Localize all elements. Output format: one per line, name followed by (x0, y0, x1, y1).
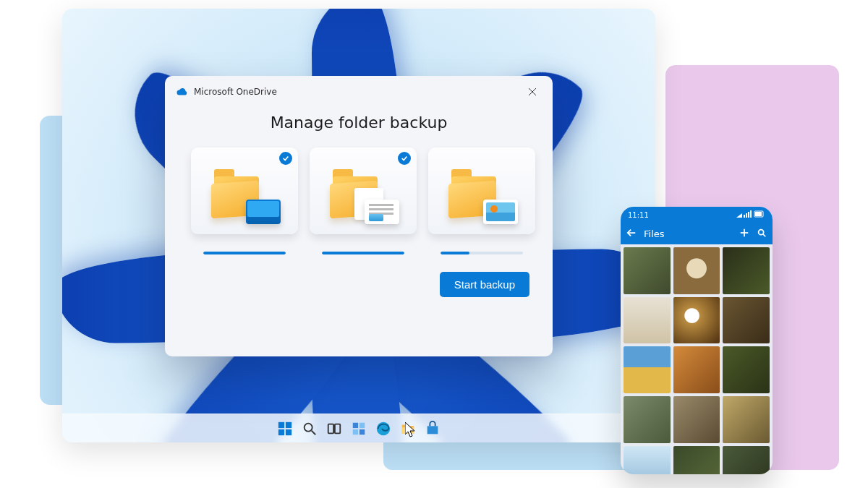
photo-grid (621, 244, 773, 474)
edge-icon[interactable] (375, 421, 391, 437)
folder-card-desktop[interactable] (191, 147, 298, 254)
progress-fill (203, 252, 286, 254)
svg-rect-8 (353, 422, 358, 427)
check-icon (398, 152, 411, 165)
phone-statusbar: 11:11 (621, 207, 773, 223)
svg-marker-16 (736, 213, 742, 218)
folder-desktop-icon (211, 169, 278, 224)
photo-thumbnail[interactable] (673, 446, 720, 474)
folder-row (165, 147, 553, 254)
store-icon[interactable] (425, 421, 441, 437)
svg-rect-7 (335, 424, 340, 433)
start-icon[interactable] (277, 421, 293, 437)
phone-device: 11:11 Files (621, 207, 773, 474)
svg-line-27 (763, 234, 766, 236)
svg-rect-1 (286, 421, 292, 427)
dialog-heading: Manage folder backup (165, 114, 553, 132)
photo-thumbnail[interactable] (723, 346, 770, 393)
folder-card-pictures[interactable] (428, 147, 535, 254)
onedrive-cloud-icon (176, 85, 188, 99)
svg-rect-0 (278, 421, 284, 427)
photo-thumbnail[interactable] (624, 297, 671, 344)
widgets-icon[interactable] (351, 421, 367, 437)
photo-thumbnail[interactable] (624, 247, 671, 294)
progress-bar (441, 252, 523, 254)
svg-rect-2 (278, 429, 284, 435)
folder-card-documents[interactable] (310, 147, 417, 254)
photo-thumbnail[interactable] (624, 346, 671, 393)
check-icon (279, 152, 292, 165)
svg-point-4 (305, 423, 312, 431)
search-icon[interactable] (757, 228, 767, 240)
photo-thumbnail[interactable] (673, 297, 720, 344)
phone-time: 11:11 (628, 211, 649, 219)
svg-rect-3 (286, 429, 292, 435)
status-icons (736, 210, 765, 219)
photo-thumbnail[interactable] (624, 446, 671, 474)
svg-point-26 (759, 229, 764, 234)
folder-pictures-icon (448, 169, 515, 224)
photo-thumbnail[interactable] (723, 297, 770, 344)
svg-rect-18 (746, 213, 747, 218)
photo-thumbnail[interactable] (624, 396, 671, 443)
back-icon[interactable] (626, 228, 637, 240)
taskbar (62, 414, 655, 442)
photo-thumbnail[interactable] (673, 396, 720, 443)
progress-fill (441, 252, 469, 254)
photo-thumbnail[interactable] (723, 247, 770, 294)
photo-thumbnail[interactable] (673, 247, 720, 294)
search-icon[interactable] (302, 421, 318, 437)
progress-bar (203, 252, 286, 254)
svg-rect-10 (353, 429, 358, 434)
svg-rect-20 (750, 210, 752, 218)
dialog-title: Microsoft OneDrive (194, 87, 516, 97)
folder-documents-icon (330, 169, 396, 224)
photo-thumbnail[interactable] (723, 396, 770, 443)
phone-screen-title: Files (644, 228, 665, 239)
photo-thumbnail[interactable] (673, 346, 720, 393)
start-backup-button[interactable]: Start backup (440, 272, 529, 297)
svg-rect-17 (744, 215, 745, 218)
phone-appbar: Files (621, 223, 773, 244)
progress-fill (322, 252, 404, 254)
svg-rect-11 (359, 429, 365, 434)
svg-rect-9 (359, 422, 365, 427)
progress-bar (322, 252, 404, 254)
add-icon[interactable] (739, 228, 749, 240)
svg-rect-6 (328, 424, 333, 433)
onedrive-backup-dialog: Microsoft OneDrive Manage folder backup (165, 76, 553, 356)
svg-rect-13 (402, 427, 414, 433)
dialog-titlebar: Microsoft OneDrive (165, 76, 553, 105)
photo-thumbnail[interactable] (723, 446, 770, 474)
file-explorer-icon[interactable] (400, 421, 416, 437)
task-view-icon[interactable] (326, 421, 342, 437)
svg-rect-19 (748, 212, 749, 218)
svg-line-5 (312, 430, 316, 435)
close-button[interactable] (522, 83, 542, 100)
svg-rect-22 (755, 212, 762, 216)
